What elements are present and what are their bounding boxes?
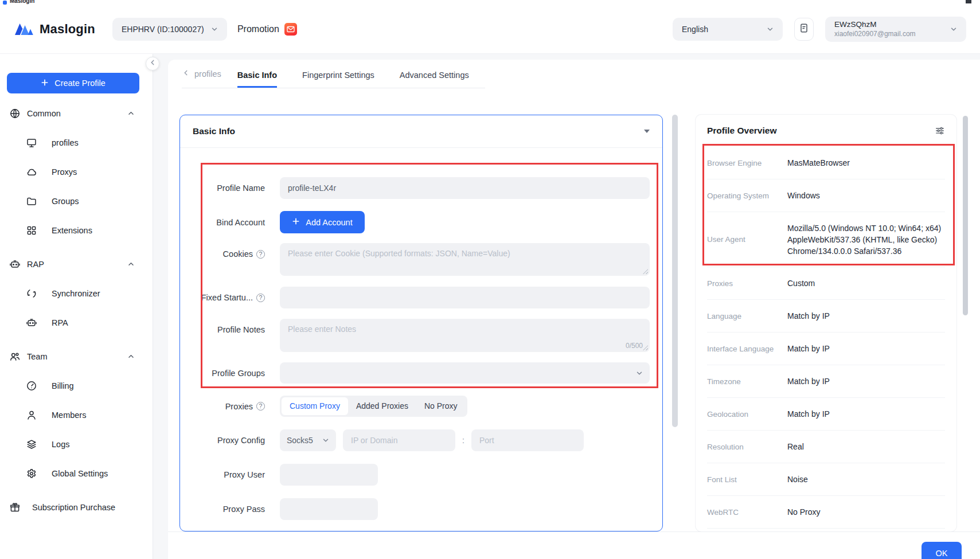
proxy-pass-input[interactable] — [280, 498, 378, 520]
gift-icon — [9, 502, 21, 513]
chevron-down-icon — [636, 370, 643, 377]
profile-notes-textarea[interactable] — [280, 319, 650, 352]
proxy-option-added-proxies[interactable]: Added Proxies — [348, 397, 416, 415]
chevron-up-icon — [127, 260, 139, 268]
tab-advanced-settings[interactable]: Advanced Settings — [400, 71, 469, 88]
proxy-option-no-proxy[interactable]: No Proxy — [416, 397, 466, 415]
sidebar-item-label: Billing — [52, 381, 74, 390]
workspace-selector[interactable]: EHPHRV (ID:1000027) — [112, 18, 227, 41]
overview-row-user-agent: User AgentMozilla/5.0 (Windows NT 10.0; … — [707, 212, 945, 267]
overview-row-browser-engine: Browser EngineMasMateBrowser — [707, 147, 945, 179]
language-label: English — [682, 25, 708, 34]
help-icon[interactable] — [256, 294, 265, 302]
tab-basic-info[interactable]: Basic Info — [237, 71, 277, 88]
proxy-protocol-value: Socks5 — [287, 436, 313, 445]
overview-row-resolution: ResolutionReal — [707, 431, 945, 463]
proxy-option-custom-proxy[interactable]: Custom Proxy — [282, 397, 348, 415]
sidebar-item-proxys[interactable]: Proxys — [0, 157, 153, 186]
sidebar-item-global-settings[interactable]: Global Settings — [0, 459, 153, 488]
language-selector[interactable]: English — [673, 18, 783, 41]
field-fixed-startup: Fixed Startu... — [197, 287, 650, 308]
page-scrollbar-thumb[interactable] — [963, 116, 968, 315]
add-account-button[interactable]: Add Account — [280, 211, 365, 233]
workspace-label: EHPHRV (ID:1000027) — [122, 25, 204, 34]
ok-button[interactable]: OK — [922, 542, 962, 559]
sidebar-section-label: Common — [27, 109, 61, 118]
sidebar-item-logs[interactable]: Logs — [0, 429, 153, 459]
overview-row-label: Operating System — [707, 191, 787, 200]
sidebar-section-common[interactable]: Common — [0, 99, 153, 128]
sidebar-item-rpa[interactable]: RPA — [0, 308, 153, 337]
titlebar-app-icon — [3, 1, 7, 5]
titlebar-control-icon[interactable] — [966, 0, 971, 3]
document-icon — [798, 22, 810, 36]
chevron-down-icon — [767, 26, 774, 33]
overview-row-operating-system: Operating SystemWindows — [707, 179, 945, 212]
sidebar-item-label: Synchronizer — [52, 289, 100, 298]
field-profile-groups: Profile Groups — [197, 362, 650, 384]
sidebar-item-label: Extensions — [52, 226, 92, 235]
sidebar-section-team[interactable]: Team — [0, 342, 153, 371]
breadcrumb-label: profiles — [194, 69, 221, 79]
sidebar-section-label: Team — [27, 352, 47, 361]
overview-row-label: Font List — [707, 475, 787, 484]
cookies-textarea[interactable] — [280, 243, 650, 276]
proxy-port-input[interactable] — [471, 429, 584, 451]
sidebar-item-billing[interactable]: Billing — [0, 371, 153, 400]
proxy-host-input[interactable] — [343, 429, 455, 451]
help-icon[interactable] — [256, 250, 265, 259]
overview-row-value: MasMateBrowser — [787, 158, 945, 167]
sidebar-collapse-button[interactable] — [146, 57, 159, 71]
overview-row-value: Mozilla/5.0 (Windows NT 10.0; Win64; x64… — [787, 222, 945, 257]
monitor-icon — [26, 137, 37, 148]
profile-overview-title: Profile Overview — [707, 126, 776, 136]
overview-row-geolocation: GeolocationMatch by IP — [707, 398, 945, 431]
layers-icon — [26, 439, 37, 450]
proxy-config-label: Proxy Config — [197, 429, 265, 451]
create-profile-label: Create Profile — [54, 79, 106, 88]
sliders-icon[interactable] — [935, 126, 945, 136]
overview-row-proxies: ProxiesCustom — [707, 267, 945, 300]
profile-name-input[interactable] — [280, 177, 650, 199]
scrollbar-thumb[interactable] — [672, 115, 678, 427]
promotion-envelope-icon — [284, 23, 297, 36]
content-card: profiles Basic InfoFingerprint SettingsA… — [168, 60, 980, 559]
sync-icon — [26, 288, 37, 299]
account-menu[interactable]: EWzSQhzM xiaofei020907@gmail.com — [825, 17, 966, 42]
sidebar-item-profiles[interactable]: profiles — [0, 128, 153, 157]
overview-row-label: Language — [707, 312, 787, 320]
sidebar-item-members[interactable]: Members — [0, 400, 153, 429]
fixed-startup-input[interactable] — [280, 287, 650, 308]
sidebar-item-label: Subscription Purchase — [32, 503, 115, 512]
chevron-down-icon — [322, 437, 329, 444]
collapse-caret-icon[interactable] — [644, 130, 650, 133]
chevron-down-icon — [211, 26, 218, 33]
sidebar-item-label: profiles — [52, 138, 79, 147]
tab-fingerprint-settings[interactable]: Fingerprint Settings — [302, 71, 374, 88]
help-icon[interactable] — [256, 402, 265, 411]
proxy-user-input[interactable] — [280, 464, 378, 486]
logo: Maslogin — [14, 21, 95, 38]
create-profile-button[interactable]: Create Profile — [7, 73, 139, 93]
proxy-pass-label: Proxy Pass — [197, 498, 265, 520]
promotion-link[interactable]: Promotion — [237, 23, 297, 36]
sidebar-item-synchronizer[interactable]: Synchronizer — [0, 279, 153, 308]
sidebar-item-groups[interactable]: Groups — [0, 186, 153, 216]
notes-char-counter: 0/500 — [626, 342, 643, 350]
sidebar-item-extensions[interactable]: Extensions — [0, 216, 153, 245]
breadcrumb-back[interactable]: profiles — [182, 69, 221, 88]
proxy-protocol-select[interactable]: Socks5 — [280, 429, 336, 451]
user-email: xiaofei020907@gmail.com — [834, 30, 916, 39]
document-button[interactable] — [794, 18, 814, 41]
sidebar-section-rap[interactable]: RAP — [0, 249, 153, 279]
overview-row-value: Match by IP — [787, 409, 945, 419]
panel-scrollbar[interactable] — [672, 115, 678, 531]
overview-row-value: Match by IP — [787, 344, 945, 353]
maslogin-logo-icon — [14, 21, 34, 38]
profile-groups-select[interactable] — [280, 362, 650, 384]
sidebar-item-label: RPA — [52, 318, 68, 327]
sidebar-section-label: RAP — [27, 260, 44, 269]
sidebar-item-subscription-purchase[interactable]: Subscription Purchase — [0, 492, 153, 522]
overview-row-value: Windows — [787, 191, 945, 200]
user-name: EWzSQhzM — [834, 19, 916, 30]
